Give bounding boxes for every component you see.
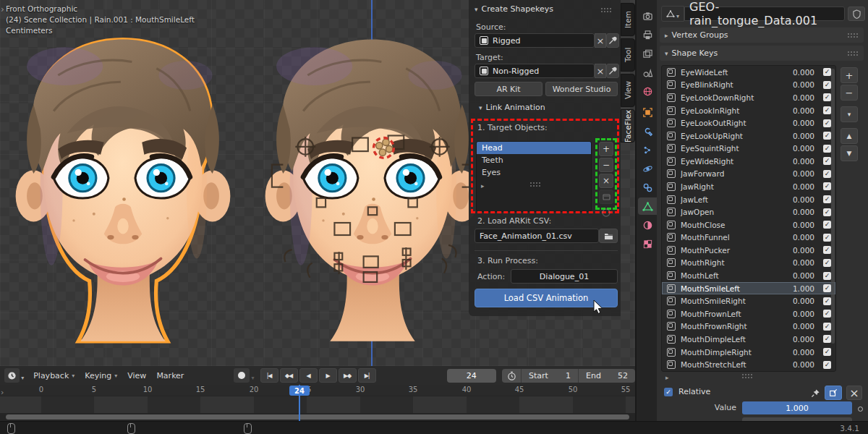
- drag-grip-icon[interactable]: [600, 7, 612, 12]
- menu-item[interactable]: View: [122, 371, 151, 380]
- shape-key-row[interactable]: MouthRight 0.000: [662, 257, 835, 270]
- shape-key-row[interactable]: MouthPucker 0.000: [662, 244, 835, 257]
- shape-key-checkbox[interactable]: [823, 323, 831, 331]
- action-field[interactable]: Dialogue_01: [511, 269, 618, 284]
- clear-source-button[interactable]: [595, 33, 606, 48]
- shape-key-value[interactable]: 0.000: [784, 195, 814, 204]
- vertex-groups-header[interactable]: ▸ Vertex Groups: [660, 27, 864, 43]
- shape-key-checkbox[interactable]: [823, 284, 831, 292]
- timeline-channels[interactable]: [0, 396, 635, 414]
- viewport-panel-arrow[interactable]: ›: [1, 4, 4, 14]
- play-button[interactable]: ▶: [319, 368, 337, 383]
- constraints-tab-icon[interactable]: [638, 179, 657, 196]
- editor-type-button[interactable]: [4, 368, 20, 383]
- shape-key-checkbox[interactable]: [823, 221, 831, 229]
- shape-key-row[interactable]: EyeBlinkRight 0.000: [662, 79, 835, 92]
- shape-key-checkbox[interactable]: [823, 297, 831, 305]
- shape-key-value[interactable]: 0.000: [784, 310, 814, 318]
- shape-key-row[interactable]: MouthFrownLeft 0.000: [662, 307, 835, 320]
- list-remove-button[interactable]: −: [599, 158, 613, 172]
- shape-key-checkbox[interactable]: [823, 68, 831, 76]
- shape-key-checkbox[interactable]: [823, 157, 831, 165]
- shape-key-checkbox[interactable]: [823, 208, 831, 216]
- auto-keying-record-button[interactable]: [234, 368, 249, 383]
- value-slider[interactable]: 1.000: [742, 401, 852, 414]
- shape-key-checkbox[interactable]: [823, 170, 831, 178]
- eyedropper-icon[interactable]: [606, 33, 619, 48]
- shape-key-row[interactable]: MouthStretchLeft 0.000: [662, 358, 835, 371]
- shape-key-checkbox[interactable]: [823, 259, 831, 267]
- current-frame-field[interactable]: 24: [447, 369, 496, 383]
- shape-key-value[interactable]: 0.000: [784, 93, 814, 102]
- shape-key-value[interactable]: 0.000: [784, 297, 814, 305]
- shape-key-edit-mode-icon[interactable]: [825, 386, 842, 400]
- shape-key-row[interactable]: EyeLookInRight 0.000: [662, 104, 835, 117]
- shape-key-checkbox[interactable]: [823, 93, 831, 101]
- character-head-selected[interactable]: [0, 30, 246, 366]
- playhead-frame-badge[interactable]: 24: [289, 386, 310, 396]
- shape-key-value[interactable]: 0.000: [784, 106, 814, 115]
- shape-key-specials-button[interactable]: ▾: [841, 106, 858, 122]
- end-frame-field[interactable]: End 52: [579, 371, 635, 380]
- shape-key-value[interactable]: 0.000: [784, 246, 814, 255]
- shape-keys-header[interactable]: ▾ Shape Keys: [660, 46, 864, 61]
- preview-range-clock-icon[interactable]: [502, 371, 521, 380]
- shape-key-row[interactable]: EyeLookOutRight 0.000: [662, 116, 835, 129]
- world-tab-icon[interactable]: [638, 82, 657, 100]
- shape-key-checkbox[interactable]: [823, 361, 831, 369]
- shape-key-row[interactable]: MouthClose 0.000: [662, 218, 835, 231]
- shape-key-checkbox[interactable]: [823, 145, 831, 153]
- shape-key-checkbox[interactable]: [823, 182, 831, 190]
- shape-key-add-button[interactable]: +: [841, 67, 858, 83]
- character-head-rigged[interactable]: [250, 30, 495, 366]
- shape-key-row[interactable]: MouthFrownRight 0.000: [662, 320, 835, 333]
- shape-key-row[interactable]: EyeSquintRight 0.000: [662, 142, 835, 155]
- shape-key-row[interactable]: EyeWideRight 0.000: [662, 155, 835, 168]
- datablock-name-field[interactable]: GEO-rain_tongue_Data.001: [684, 7, 845, 21]
- shape-key-value[interactable]: 0.000: [784, 258, 814, 267]
- move-down-button[interactable]: ▼: [841, 145, 858, 161]
- shape-key-row[interactable]: JawForward 0.000: [662, 168, 835, 181]
- drag-grip-icon[interactable]: [741, 373, 753, 378]
- shape-key-checkbox[interactable]: [823, 119, 831, 127]
- shape-key-value[interactable]: 0.000: [784, 144, 814, 153]
- browse-mesh-button[interactable]: [661, 6, 684, 22]
- shape-key-value[interactable]: 0.000: [784, 233, 814, 242]
- shape-key-row[interactable]: MouthFunnel 0.000: [662, 231, 835, 244]
- shape-key-value[interactable]: 0.000: [784, 119, 814, 127]
- shape-key-value[interactable]: 0.000: [784, 335, 814, 344]
- shape-key-value[interactable]: 0.000: [784, 68, 814, 77]
- shape-key-checkbox[interactable]: [823, 310, 831, 318]
- clear-target-button[interactable]: [595, 64, 606, 78]
- shape-key-value[interactable]: 0.000: [784, 208, 814, 216]
- shape-key-value[interactable]: 1.000: [784, 284, 814, 293]
- shape-key-row[interactable]: MouthDimpleLeft 0.000: [662, 333, 835, 346]
- shape-key-value[interactable]: 0.000: [784, 132, 814, 140]
- eyedropper-icon[interactable]: [606, 64, 619, 78]
- csv-file-field[interactable]: Face_Animation_01.csv: [475, 229, 599, 243]
- shape-key-checkbox[interactable]: [823, 234, 831, 242]
- start-frame-field[interactable]: Start 1: [522, 371, 578, 380]
- shape-key-checkbox[interactable]: [823, 132, 831, 140]
- timeline-panel-arrow[interactable]: ›: [1, 388, 4, 397]
- wonder-studio-button[interactable]: Wonder Studio: [545, 82, 618, 96]
- chevron-down-icon[interactable]: [21, 369, 24, 383]
- modifiers-tab-icon[interactable]: [638, 122, 657, 140]
- sidebar-tab[interactable]: FaceFlex: [621, 109, 635, 142]
- expand-triangle-icon[interactable]: [665, 369, 669, 383]
- output-tab-icon[interactable]: [638, 26, 657, 43]
- shape-key-value[interactable]: 0.000: [784, 169, 814, 178]
- link-animation-header[interactable]: ▾ Link Animation: [479, 103, 545, 112]
- physics-tab-icon[interactable]: [638, 160, 657, 177]
- shape-key-row[interactable]: MouthLeft 0.000: [662, 269, 835, 282]
- shape-key-checkbox[interactable]: [823, 246, 831, 254]
- view-layer-tab-icon[interactable]: [638, 45, 657, 62]
- menu-item[interactable]: Keying: [80, 371, 122, 380]
- shape-key-row[interactable]: JawLeft 0.000: [662, 193, 835, 206]
- list-filter-row[interactable]: [661, 370, 835, 380]
- close-icon[interactable]: ×: [846, 386, 862, 400]
- list-special-button[interactable]: [599, 190, 613, 204]
- list-scrollbar[interactable]: [831, 69, 835, 344]
- shape-key-row[interactable]: MouthSmileLeft 1.000: [662, 282, 835, 295]
- create-shapekeys-header[interactable]: ▾ Create Shapekeys: [475, 4, 553, 14]
